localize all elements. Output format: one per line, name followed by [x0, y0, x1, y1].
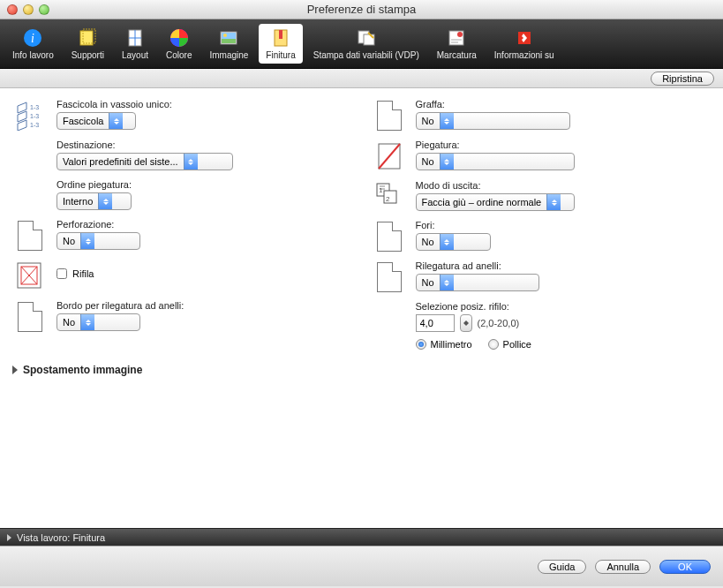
tab-label: Layout	[122, 50, 148, 60]
rifilo-input[interactable]	[416, 314, 455, 332]
uscita-select[interactable]: Faccia giù – ordine normale	[416, 193, 575, 211]
tab-label: Informazioni su	[494, 50, 554, 60]
rifila-checkbox[interactable]: Rifila	[56, 268, 94, 279]
disclosure-label: Spostamento immagine	[23, 364, 142, 376]
layout-icon	[124, 27, 146, 49]
page-icon	[18, 302, 42, 332]
radio-off-icon	[488, 339, 499, 350]
svg-text:1: 1	[379, 186, 383, 194]
color-icon	[169, 27, 190, 49]
cancel-button[interactable]: Annulla	[595, 560, 651, 574]
unit-mm-radio[interactable]: Millimetro	[416, 339, 472, 350]
perforazione-select[interactable]: No	[56, 232, 140, 250]
svg-point-17	[457, 32, 463, 37]
bordo-label: Bordo per rilegatura ad anelli:	[56, 300, 352, 311]
svg-text:2: 2	[386, 195, 390, 203]
bordo-select[interactable]: No	[56, 313, 140, 331]
reset-button[interactable]: Ripristina	[651, 72, 714, 86]
rifilo-label: Selezione posiz. rifilo:	[416, 301, 712, 312]
unit-in-label: Pollice	[503, 339, 531, 350]
ordine-label: Ordine piegatura:	[56, 179, 352, 190]
footer: Guida Annulla OK	[0, 546, 723, 586]
window-title: Preferenze di stampa	[0, 3, 723, 16]
svg-text:1-3: 1-3	[30, 104, 39, 110]
disclosure-arrow-icon	[7, 534, 11, 541]
page-icon	[18, 221, 42, 251]
tab-immagine[interactable]: Immagine	[202, 24, 255, 64]
tab-vdp[interactable]: Stampa dati variabili (VDP)	[306, 24, 426, 64]
vista-label: Vista lavoro: Finitura	[17, 532, 105, 543]
rifila-label: Rifila	[72, 268, 94, 279]
tab-info-lavoro[interactable]: i Info lavoro	[5, 24, 61, 64]
graffa-select[interactable]: No	[416, 112, 570, 130]
chevron-updown-icon	[98, 193, 112, 209]
chevron-updown-icon	[184, 154, 198, 170]
unit-mm-label: Millimetro	[431, 339, 472, 350]
chevron-updown-icon	[80, 233, 94, 249]
disclosure-arrow-icon	[12, 366, 18, 374]
piegatura-label: Piegatura:	[416, 139, 712, 150]
chevron-updown-icon	[80, 314, 94, 330]
ordine-select[interactable]: Interno	[56, 192, 132, 210]
help-button[interactable]: Guida	[538, 560, 586, 574]
tab-supporti[interactable]: Supporti	[64, 24, 111, 64]
tab-colore[interactable]: Colore	[159, 24, 199, 64]
rifila-input[interactable]	[56, 268, 67, 279]
svg-point-11	[223, 34, 227, 37]
rilegatura-select[interactable]: No	[416, 274, 539, 291]
titlebar: Preferenze di stampa	[0, 0, 723, 19]
page-icon	[377, 262, 402, 292]
fascicola-label: Fascicola in vassoio unico:	[56, 99, 352, 109]
tab-label: Finitura	[266, 50, 295, 60]
radio-on-icon	[416, 339, 426, 350]
trim-icon	[16, 261, 44, 291]
rifilo-range: (2,0-20,0)	[478, 318, 520, 328]
reset-bar: Ripristina	[0, 69, 723, 88]
page-icon	[377, 222, 402, 252]
tab-info-su[interactable]: Informazioni su	[487, 24, 561, 64]
output-mode-icon: 21	[375, 182, 403, 210]
fascicola-select[interactable]: Fascicola	[56, 112, 136, 130]
page-icon	[377, 101, 402, 131]
tab-label: Info lavoro	[12, 50, 54, 60]
tab-label: Supporti	[72, 50, 104, 60]
tab-marcatura[interactable]: Marcatura	[430, 24, 484, 64]
graffa-label: Graffa:	[416, 99, 712, 109]
chevron-updown-icon	[440, 234, 454, 250]
svg-text:i: i	[31, 32, 34, 45]
content: 1-31-31-3 Fascicola in vassoio unico: Fa…	[0, 88, 723, 528]
rifilo-stepper[interactable]	[460, 314, 472, 332]
collate-icon: 1-31-31-3	[16, 101, 44, 131]
info-icon: i	[22, 27, 43, 49]
chevron-updown-icon	[440, 275, 454, 290]
tab-finitura[interactable]: Finitura	[259, 24, 302, 64]
perforazione-label: Perforazione:	[56, 219, 352, 230]
chevron-updown-icon	[109, 113, 123, 129]
svg-rect-10	[222, 39, 236, 43]
svg-text:1-3: 1-3	[30, 122, 39, 128]
image-icon	[218, 27, 239, 49]
svg-text:1-3: 1-3	[30, 113, 39, 119]
toolbar: i Info lavoro Supporti Layout Colore Imm…	[0, 19, 723, 69]
tab-label: Stampa dati variabili (VDP)	[313, 50, 419, 60]
disclosure-vista-lavoro[interactable]: Vista lavoro: Finitura	[0, 528, 723, 546]
disclosure-spostamento[interactable]: Spostamento immagine	[12, 358, 711, 381]
fori-label: Fori:	[416, 220, 712, 230]
unit-in-radio[interactable]: Pollice	[488, 339, 531, 350]
tab-label: Marcatura	[437, 50, 477, 60]
tab-layout[interactable]: Layout	[115, 24, 155, 64]
fold-icon	[376, 141, 403, 171]
tab-label: Immagine	[209, 50, 248, 60]
finishing-icon	[270, 27, 291, 49]
chevron-updown-icon	[440, 113, 454, 129]
destinazione-label: Destinazione:	[56, 139, 352, 150]
ok-button[interactable]: OK	[659, 560, 711, 574]
uscita-label: Modo di uscita:	[416, 180, 712, 191]
chevron-updown-icon	[546, 194, 561, 210]
destinazione-select[interactable]: Valori predefiniti del siste...	[56, 153, 233, 170]
rilegatura-label: Rilegatura ad anelli:	[416, 260, 712, 271]
piegatura-select[interactable]: No	[416, 153, 575, 170]
media-icon	[77, 27, 98, 49]
chevron-updown-icon	[440, 154, 454, 170]
fori-select[interactable]: No	[416, 233, 491, 251]
